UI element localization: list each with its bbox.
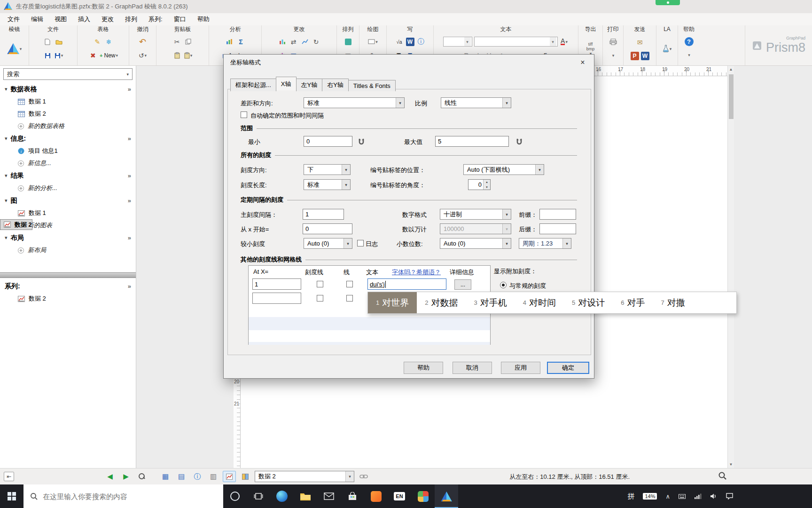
- link-button[interactable]: [357, 471, 370, 482]
- start-from-input[interactable]: 0: [303, 223, 352, 234]
- dialog-close-button[interactable]: ×: [573, 56, 592, 69]
- file-explorer-button[interactable]: [294, 484, 317, 508]
- sidebar-header-data-tables[interactable]: ▾ 数据表格 »: [0, 83, 136, 95]
- store-button[interactable]: [341, 484, 364, 508]
- next-sheet-button[interactable]: ▶: [119, 471, 133, 482]
- start-button[interactable]: [0, 484, 23, 508]
- cut-button[interactable]: ✂: [172, 37, 182, 47]
- vertical-scrollbar[interactable]: ▲ ▼: [727, 66, 734, 468]
- tab-right-y-axis[interactable]: 右Y轴: [322, 79, 349, 91]
- freeze-icon[interactable]: ❄: [104, 37, 113, 47]
- dialog-titlebar[interactable]: 坐标轴格式: [224, 55, 594, 71]
- font-name-combo[interactable]: ▾: [474, 37, 558, 47]
- regular-ticks-radio[interactable]: [500, 282, 507, 288]
- sidebar-item-new-analysis[interactable]: 新的分析...: [0, 182, 136, 194]
- volume-icon[interactable]: [710, 493, 718, 500]
- tab-x-axis[interactable]: X轴: [276, 77, 297, 90]
- view-layouts-button[interactable]: [239, 471, 252, 482]
- language-app-button[interactable]: EN: [388, 484, 411, 508]
- help-button[interactable]: ?: [685, 37, 694, 46]
- auto-range-checkbox[interactable]: [241, 111, 247, 118]
- view-results-button[interactable]: ▥: [207, 471, 220, 482]
- menu-view[interactable]: 视图: [49, 13, 72, 25]
- sidebar-item-new-data-table[interactable]: 新的数据表格: [0, 120, 136, 132]
- line-chart-button[interactable]: [300, 37, 310, 47]
- refresh-button[interactable]: ↻: [312, 37, 321, 47]
- decimals-select[interactable]: Auto (0)▾: [440, 238, 511, 249]
- prev-sheet-button[interactable]: ◀: [103, 471, 117, 482]
- sidebar-header-results[interactable]: ▾ 结果 »: [0, 169, 136, 182]
- delete-sheet-button[interactable]: ✖: [88, 50, 98, 61]
- sidebar-item-new-info[interactable]: 新信息...: [0, 157, 136, 169]
- hook-max-button[interactable]: [513, 135, 525, 148]
- search-combo[interactable]: 搜索 ▾: [3, 68, 133, 80]
- menu-insert[interactable]: 插入: [72, 13, 96, 25]
- email-button[interactable]: ✉: [635, 37, 645, 48]
- sidebar-item-graph-data2-selected[interactable]: 数据 2: [0, 219, 32, 230]
- sidebar-splitter[interactable]: [0, 272, 136, 278]
- sidebar-header-info[interactable]: ▾ 信息: »: [0, 132, 136, 145]
- label-location-select[interactable]: Auto (下面横线)▾: [463, 164, 544, 175]
- ime-candidate-2[interactable]: 2对数据: [417, 292, 466, 313]
- menu-change[interactable]: 更改: [96, 13, 119, 25]
- tray-expand-icon[interactable]: ∧: [665, 493, 670, 500]
- new-file-button[interactable]: [43, 37, 52, 47]
- sidebar-item-new-layout[interactable]: 新布局: [0, 244, 136, 256]
- text-input-row1[interactable]: dui's'j: [367, 278, 446, 290]
- sidebar-item-data1[interactable]: 数据 1: [0, 95, 136, 108]
- sidebar-item-data2[interactable]: 数据 2: [0, 108, 136, 120]
- period-select[interactable]: 周期：1.23▾: [519, 238, 571, 249]
- mail-button[interactable]: [317, 484, 341, 508]
- tick-length-select[interactable]: 标准▾: [304, 179, 351, 190]
- ime-candidate-6[interactable]: 6对手: [613, 292, 653, 313]
- ime-candidate-3[interactable]: 3对手机: [466, 292, 515, 313]
- scroll-up-icon[interactable]: ▲: [729, 67, 733, 71]
- apply-button[interactable]: 应用: [501, 362, 540, 374]
- prism-menu-button[interactable]: ▾: [7, 40, 22, 58]
- tick-checkbox-row2[interactable]: [317, 295, 323, 302]
- sheet-search-button[interactable]: [135, 471, 148, 482]
- overflow-icon[interactable]: »: [128, 283, 131, 290]
- shape-button[interactable]: ▾: [368, 37, 378, 47]
- minor-ticks-select[interactable]: Auto (0)▾: [304, 238, 352, 249]
- view-graphs-button[interactable]: [223, 471, 236, 482]
- font-size-combo[interactable]: ▾: [443, 37, 472, 47]
- ok-button[interactable]: 确定: [547, 362, 589, 374]
- sidebar-item-graph-data1[interactable]: 数据 1: [0, 207, 136, 219]
- prefix-input[interactable]: [539, 209, 576, 220]
- menu-window[interactable]: 窗口: [168, 13, 192, 25]
- ime-candidate-7[interactable]: 7对撒: [653, 292, 693, 313]
- suffix-input[interactable]: [539, 223, 576, 234]
- chart-icon[interactable]: [225, 37, 234, 47]
- tab-titles-fonts[interactable]: Titles & Fonts: [348, 80, 396, 91]
- tab-frame-origin[interactable]: 框架和起源...: [230, 79, 276, 91]
- swap-axes-button[interactable]: ⇄: [289, 37, 298, 47]
- font-greek-link[interactable]: 字体吗？希腊语？: [392, 268, 441, 277]
- overflow-icon[interactable]: »: [128, 86, 131, 93]
- dock-navigator-button[interactable]: ⇤: [4, 472, 14, 481]
- ime-candidate-5[interactable]: 5对设计: [564, 292, 613, 313]
- notification-icon[interactable]: [726, 493, 733, 500]
- paste-button[interactable]: [172, 50, 182, 61]
- print-options-button[interactable]: ▾: [609, 50, 618, 61]
- overflow-icon[interactable]: »: [128, 197, 131, 204]
- tab-left-y-axis[interactable]: 左Y轴: [296, 79, 323, 91]
- sheet-selector-combo[interactable]: 数据 2 ▾: [255, 471, 354, 482]
- spin-up-icon[interactable]: ▲: [484, 180, 490, 185]
- save-all-button[interactable]: ▾: [54, 50, 63, 61]
- browser-app-button[interactable]: [364, 484, 388, 508]
- view-data-tables-button[interactable]: ▦: [159, 471, 172, 482]
- taskbar-search[interactable]: [23, 484, 223, 508]
- sidebar-item-family-data2[interactable]: 数据 2: [0, 293, 136, 305]
- atx-input-row2[interactable]: [252, 293, 301, 304]
- line-checkbox-row2[interactable]: [346, 295, 353, 302]
- copy-button[interactable]: [184, 37, 193, 47]
- paste-special-button[interactable]: ▾: [184, 50, 193, 61]
- lab-flask-button[interactable]: ▾: [663, 40, 672, 58]
- battery-indicator[interactable]: 14%: [643, 493, 657, 500]
- sidebar-header-graphs[interactable]: ▾ 图 »: [0, 194, 136, 207]
- cortana-button[interactable]: [223, 484, 247, 508]
- powerpoint-button[interactable]: P: [631, 52, 639, 60]
- min-input[interactable]: 0: [304, 136, 352, 147]
- zoom-button[interactable]: [718, 471, 727, 482]
